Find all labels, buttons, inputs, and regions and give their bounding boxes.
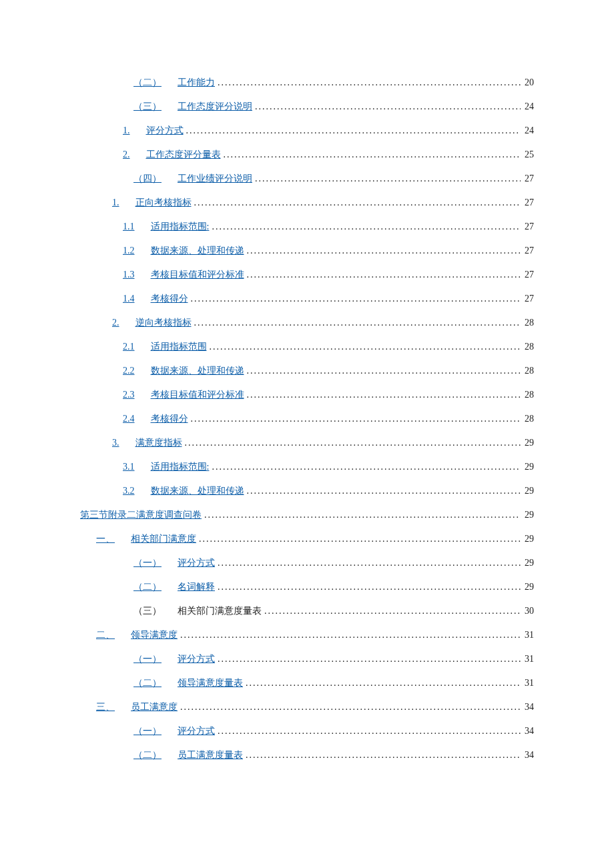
toc-entry-number[interactable]: 2.4 [123,414,151,424]
toc-entry-title[interactable]: 评分方式 [178,653,215,665]
toc-entry-title[interactable]: 考核目标值和评分标准 [151,389,244,401]
toc-entry-page: 29 [521,510,534,520]
toc-entry-number[interactable]: （一） [133,725,178,737]
toc-entry-number[interactable]: （四） [133,173,178,185]
toc-entry-number[interactable]: 2. [112,318,135,328]
toc-entry-page: 27 [521,173,534,184]
toc-entry-title[interactable]: 数据来源、处理和传递 [151,365,244,377]
toc-entry-title[interactable]: 数据来源、处理和传递 [151,245,244,257]
toc-entry: 1.1适用指标范围:27 [80,221,534,233]
toc-entry: 1.4考核得分27 [80,293,534,305]
toc-dot-leader [215,77,521,88]
toc-entry-title[interactable]: 适用指标范围 [151,341,207,353]
toc-entry-number[interactable]: 1. [123,125,146,136]
toc-entry-title[interactable]: 考核得分 [151,293,188,305]
toc-entry: （一）评分方式34 [80,725,534,737]
toc-entry-page: 24 [521,101,534,112]
toc-dot-leader [209,462,521,472]
toc-entry-page: 31 [521,630,534,640]
toc-entry-title[interactable]: 评分方式 [178,557,215,569]
toc-entry-title[interactable]: 工作能力 [178,77,215,89]
toc-entry-number[interactable]: 1.3 [123,270,151,280]
toc-dot-leader [178,702,521,713]
toc-entry-title[interactable]: 评分方式 [146,125,184,137]
toc-entry-title[interactable]: 逆向考核指标 [135,317,192,329]
toc-entry-title[interactable]: 考核目标值和评分标准 [151,269,244,281]
toc-entry-title[interactable]: 正向考核指标 [135,197,192,209]
toc-entry-title[interactable]: 工作态度评分量表 [146,149,221,161]
toc-entry-title[interactable]: 领导满意度量表 [178,677,243,689]
toc-entry-title[interactable]: 评分方式 [178,725,215,737]
toc-entry: （二）领导满意度量表31 [80,677,534,689]
toc-entry-title[interactable]: 适用指标范围: [151,461,210,473]
toc-entry-number[interactable]: 1.1 [123,222,151,232]
toc-entry-page: 25 [521,149,534,160]
toc-entry: 二、领导满意度31 [80,629,534,641]
toc-dot-leader [192,197,521,208]
toc-entry-title[interactable]: 工作业绩评分说明 [178,173,252,185]
toc-entry-number[interactable]: 2.2 [123,366,151,376]
toc-entry-number[interactable]: 2.1 [123,342,151,352]
toc-entry-number[interactable]: （二） [133,749,178,761]
toc-entry-title[interactable]: 第三节附录二满意度调查问卷 [80,509,202,521]
toc-entry: （三）工作态度评分说明24 [80,101,534,113]
toc-entry: 2.工作态度评分量表25 [80,149,534,161]
toc-entry-page: 29 [521,558,534,568]
toc-dot-leader [244,246,521,256]
toc-entry-page: 29 [521,582,534,592]
toc-entry-title[interactable]: 适用指标范围: [151,221,210,233]
toc-entry: 3.满意度指标29 [80,437,534,449]
toc-entry-page: 28 [521,414,534,424]
toc-dot-leader [215,654,521,665]
toc-entry-number[interactable]: 1.4 [123,294,151,304]
toc-dot-leader [207,342,521,352]
toc-entry-number[interactable]: （二） [133,677,178,689]
toc-entry-page: 20 [521,77,534,88]
toc-entry: 一、相关部门满意度29 [80,533,534,545]
toc-entry-number[interactable]: （一） [133,653,178,665]
toc-entry: （二）工作能力20 [80,77,534,89]
toc-entry-number[interactable]: 3.2 [123,486,151,496]
toc-entry-number[interactable]: 2. [123,149,146,160]
toc-entry-page: 34 [521,750,534,761]
toc-entry-page: 28 [521,318,534,328]
toc-entry-title[interactable]: 员工满意度 [131,701,178,713]
toc-entry-page: 29 [521,534,534,544]
toc-entry-number[interactable]: 一、 [96,533,131,545]
toc-entry-number[interactable]: （二） [133,581,178,593]
toc-entry-title[interactable]: 数据来源、处理和传递 [151,485,244,497]
toc-entry: 2.3考核目标值和评分标准28 [80,389,534,401]
toc-dot-leader [215,558,521,568]
toc-entry-page: 30 [521,606,534,616]
toc-entry-title[interactable]: 相关部门满意度 [131,533,196,545]
toc-entry: 3.1适用指标范围:29 [80,461,534,473]
toc-entry-number[interactable]: 二、 [96,629,131,641]
toc-entry: 3.2数据来源、处理和传递29 [80,485,534,497]
toc-entry-page: 29 [521,462,534,472]
toc-entry-number[interactable]: （三） [133,101,178,113]
toc-entry-title[interactable]: 考核得分 [151,413,188,425]
toc-entry-number[interactable]: 三、 [96,701,131,713]
toc-dot-leader [221,149,521,160]
toc-entry-number[interactable]: 3. [112,438,135,448]
toc-entry-title[interactable]: 员工满意度量表 [178,749,243,761]
toc-entry-number[interactable]: 1.2 [123,246,151,256]
toc-entry-page: 34 [521,702,534,713]
toc-entry-title[interactable]: 工作态度评分说明 [178,101,252,113]
toc-entry-number[interactable]: 3.1 [123,462,151,472]
toc-entry-number[interactable]: 1. [112,197,135,208]
toc-entry: 三、员工满意度34 [80,701,534,713]
toc-entry-title[interactable]: 名词解释 [178,581,215,593]
toc-entry-page: 28 [521,366,534,376]
toc-entry: 1.正向考核指标27 [80,197,534,209]
toc-entry: 1.评分方式24 [80,125,534,137]
toc-entry-number[interactable]: （一） [133,557,178,569]
toc-dot-leader [215,726,521,737]
toc-entry-number[interactable]: 2.3 [123,390,151,400]
toc-entry-title[interactable]: 满意度指标 [135,437,182,449]
toc-entry-number[interactable]: （二） [133,77,178,89]
toc-entry: （四）工作业绩评分说明27 [80,173,534,185]
toc-dot-leader [196,534,521,544]
toc-entry-title[interactable]: 领导满意度 [131,629,178,641]
toc-entry-page: 27 [521,294,534,304]
